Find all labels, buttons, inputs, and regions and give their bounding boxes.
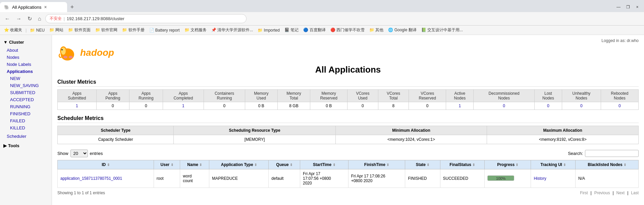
history-link[interactable]: History [534,176,546,181]
bm-notes[interactable]: 📓 笔记 [283,27,300,33]
col-header-queue[interactable]: Queue ⇕ [269,160,300,169]
scheduler-row: Capacity Scheduler [MEMORY] <memory:1024… [58,135,639,144]
show-label: Show [57,151,68,156]
val-decommissioned-nodes: 0 [474,102,534,110]
col-header-starttime[interactable]: StartTime ⇕ [300,160,348,169]
cell-starttime: Fri Apr 1717:07:56 +08002020 [300,169,348,188]
page-content: ▼ Cluster About Nodes Node Labels Applic… [0,35,644,205]
col-header-user[interactable]: User ⇕ [154,160,180,169]
main-content: Logged in as: dr.who hadoop All Applicat… [52,35,644,205]
progress-text: 100% [488,176,514,181]
decommissioned-link[interactable]: 0 [503,104,505,108]
bm-battery[interactable]: 📄 Battery report [148,28,181,33]
logged-in-label: Logged in as: dr.who [57,38,639,43]
page-title: All Applications [57,65,639,75]
col-header-progress[interactable]: Progress ⇕ [485,160,531,169]
cell-progress: 100% [485,169,531,188]
header-apps-completed: AppsCompleted [163,90,204,102]
sidebar-item-scheduler[interactable]: Scheduler [0,133,52,140]
forward-button[interactable]: → [14,15,23,23]
maximize-button[interactable]: ❐ [624,3,632,11]
apps-completed-link[interactable]: 1 [182,104,184,108]
sidebar-item-new-saving[interactable]: NEW_SAVING [0,82,52,89]
bm-sep-1: | [25,28,26,33]
sidebar-item-failed[interactable]: FAILED [0,117,52,124]
bm-software-official[interactable]: 📁 软件官网 [94,27,119,33]
sidebar-item-applications[interactable]: Applications [0,68,52,75]
bm-website[interactable]: 📁 网站 [48,27,65,33]
cluster-triangle-icon: ▼ [3,40,8,45]
search-input[interactable] [585,150,639,157]
sidebar-item-nodes[interactable]: Nodes [0,54,52,61]
applications-table: ID ⇕ User ⇕ Name ⇕ Application Type ⇕ Qu… [57,160,639,188]
apptype-sort-icon: ⇕ [254,163,257,167]
url-separator: | [64,16,65,21]
bm-other[interactable]: 📁 其他 [368,27,385,33]
sidebar-item-submitted[interactable]: SUBMITTED [0,89,52,96]
active-tab[interactable]: 🐘 All Applications × [0,2,67,12]
bm-baidu-translate[interactable]: 🔵 百度翻译 [302,27,327,33]
bm-imported[interactable]: 📁 Imported [256,28,281,33]
pagination-info: Showing 1 to 1 of 1 entries [57,191,105,195]
close-button[interactable]: × [633,3,641,11]
col-header-finalstatus[interactable]: FinalStatus ⇕ [440,160,485,169]
col-header-app-type[interactable]: Application Type ⇕ [209,160,269,169]
app-id-link[interactable]: application_1587113780751_0001 [60,176,122,181]
metrics-row: 1 0 0 1 0 0 B 8 GB 0 B 0 8 0 1 0 0 0 0 [58,102,639,110]
sidebar-item-new[interactable]: NEW [0,75,52,82]
bm-software-page[interactable]: 📁 软件页面 [67,27,92,33]
val-apps-running: 0 [129,102,163,110]
url-bar[interactable]: 不安全 | 192.168.217.129:8088/cluster [45,14,247,23]
sch-type: Capacity Scheduler [58,135,174,144]
sidebar-item-about[interactable]: About [0,47,52,54]
cell-queue: default [269,169,300,188]
cell-blacklisted: N/A [576,169,639,188]
bm-interaction-design[interactable]: 📗 交互设计中基于用... [420,27,464,33]
header-unhealthy-nodes: UnhealthyNodes [562,90,601,102]
cluster-header[interactable]: ▼ Cluster [0,38,52,47]
sidebar-item-node-labels[interactable]: Node Labels [0,61,52,68]
apps-submitted-link[interactable]: 1 [76,104,78,108]
bm-neu[interactable]: 📁 NEU [29,28,46,33]
col-header-id[interactable]: ID ⇕ [58,160,154,169]
sch-header-max: Maximum Allocation [487,126,639,135]
finishtime-sort-icon: ⇕ [386,163,389,167]
home-button[interactable]: ⌂ [36,15,43,23]
bm-ximen[interactable]: 🔴 西门催学不吹雪 [329,27,366,33]
header-containers-running: ContainersRunning [204,90,245,102]
unhealthy-link[interactable]: 0 [580,104,583,108]
reload-button[interactable]: ↻ [25,15,34,23]
cell-name: wordcount [180,169,209,188]
bm-software-manual[interactable]: 📁 软件手册 [121,27,146,33]
last-page-button[interactable]: Last [631,191,639,195]
tab-close-button[interactable]: × [44,4,47,10]
col-header-blacklisted[interactable]: Blacklisted Nodes ⇕ [576,160,639,169]
sidebar-item-running[interactable]: RUNNING [0,103,52,110]
back-button[interactable]: ← [3,15,12,23]
minimize-button[interactable]: — [614,3,623,11]
previous-page-button[interactable]: Previous [594,191,610,195]
bm-tsinghua[interactable]: 📌 清华大学开源软件... [210,27,254,33]
val-memory-total: 8 GB [277,102,310,110]
col-header-tracking-ui[interactable]: Tracking UI ⇕ [531,160,576,169]
entries-select[interactable]: 10 20 25 50 100 [70,150,88,157]
bm-google-translate[interactable]: 🌐 Google 翻译 [387,27,418,33]
bm-favorites[interactable]: ⭐ 收藏夹 [3,27,23,33]
sidebar-item-finished[interactable]: FINISHED [0,110,52,117]
first-page-button[interactable]: First [580,191,588,195]
header-vcores-used: VCoresUsed [347,90,378,102]
rebooted-link[interactable]: 0 [619,104,621,108]
col-header-finishtime[interactable]: FinishTime ⇕ [348,160,405,169]
header-vcores-reserved: VCoresReserved [409,90,446,102]
tools-header[interactable]: ▶ Tools [0,141,52,150]
next-page-button[interactable]: Next [616,191,625,195]
col-header-state[interactable]: State ⇕ [405,160,440,169]
new-tab-button[interactable]: + [67,2,77,12]
bm-doc-service[interactable]: 📁 文档服务 [183,27,208,33]
lost-nodes-link[interactable]: 0 [547,104,549,108]
col-header-name[interactable]: Name ⇕ [180,160,209,169]
sidebar-item-killed[interactable]: KILLED [0,124,52,131]
val-active-nodes: 1 [446,102,474,110]
active-nodes-link[interactable]: 1 [459,104,461,108]
sidebar-item-accepted[interactable]: ACCEPTED [0,96,52,103]
